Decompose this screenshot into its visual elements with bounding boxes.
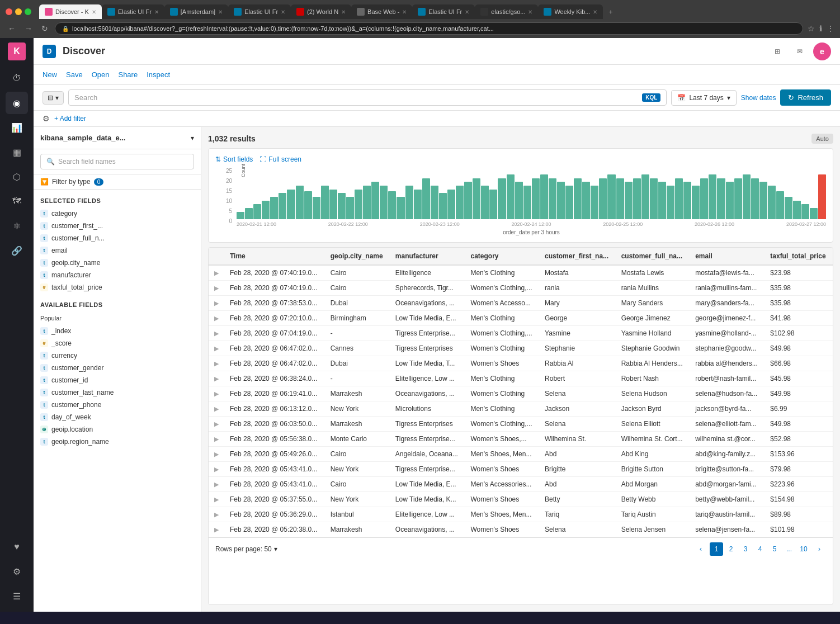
row-expand-icon[interactable]: ▶ — [209, 386, 224, 401]
table-column-category[interactable]: category — [465, 248, 539, 265]
menu-icon[interactable]: ⋮ — [827, 24, 834, 33]
page-button-1[interactable]: 1 — [710, 542, 723, 556]
tab-amsterdam[interactable]: [Amsterdam] ✕ — [164, 4, 228, 19]
chart-bar-41[interactable] — [582, 182, 590, 219]
chart-bar-48[interactable] — [641, 174, 649, 219]
table-column-taxful-total-price[interactable]: taxful_total_price — [765, 248, 833, 265]
nav-item-recent[interactable]: ⏱ — [6, 67, 28, 89]
popular-field-geoip-location[interactable]: ⊕ geoip.location — [34, 423, 201, 436]
chart-bar-68[interactable] — [810, 208, 818, 219]
full-screen-button[interactable]: ⛶ Full screen — [259, 155, 301, 163]
chart-bar-2[interactable] — [253, 204, 261, 219]
page-button-4[interactable]: 4 — [753, 542, 767, 556]
tab-close-icon[interactable]: ✕ — [154, 9, 159, 15]
table-column-email[interactable]: email — [690, 248, 765, 265]
popular-field-customer-gender[interactable]: t customer_gender — [34, 362, 201, 374]
chart-bar-13[interactable] — [346, 197, 354, 219]
row-expand-icon[interactable]: ▶ — [209, 507, 224, 522]
tab-elastic-4[interactable]: elastic/gso... ✕ — [475, 4, 538, 19]
row-expand-icon[interactable]: ▶ — [209, 265, 224, 281]
chart-bar-37[interactable] — [549, 178, 556, 219]
search-input[interactable]: Search KQL — [68, 89, 667, 106]
chart-bar-11[interactable] — [329, 190, 337, 219]
tab-elastic-1[interactable]: Elastic UI Fr ✕ — [102, 4, 164, 19]
minimize-dot[interactable] — [15, 8, 22, 15]
chart-bar-27[interactable] — [464, 182, 472, 219]
popular-field-customer-last-name[interactable]: t customer_last_name — [34, 386, 201, 399]
nav-item-ml[interactable]: ⚛ — [6, 215, 28, 237]
nav-item-apm[interactable]: ♥ — [6, 536, 28, 558]
nav-new[interactable]: New — [43, 68, 57, 81]
row-expand-icon[interactable]: ▶ — [209, 447, 224, 462]
chart-bar-6[interactable] — [287, 190, 295, 219]
chart-bar-3[interactable] — [262, 201, 270, 219]
prev-page-button[interactable]: ‹ — [694, 542, 707, 556]
row-expand-icon[interactable]: ▶ — [209, 432, 224, 447]
chart-bar-14[interactable] — [355, 190, 362, 219]
nav-item-settings[interactable]: ⚙ — [6, 560, 28, 583]
bookmark-icon[interactable]: ☆ — [808, 24, 815, 33]
row-expand-icon[interactable]: ▶ — [209, 462, 224, 477]
tab-baseweb[interactable]: Base Web - ✕ — [351, 4, 412, 19]
show-dates-button[interactable]: Show dates — [741, 94, 776, 102]
kibana-logo[interactable]: K — [8, 42, 26, 60]
url-bar[interactable]: 🔒 localhost:5601/app/kibana#/discover?_g… — [55, 22, 803, 35]
tab-close-icon[interactable]: ✕ — [341, 9, 346, 15]
row-expand-icon[interactable]: ▶ — [209, 492, 224, 507]
chart-bar-30[interactable] — [489, 190, 497, 219]
chart-bar-23[interactable] — [431, 186, 438, 219]
auto-badge[interactable]: Auto — [811, 134, 833, 144]
row-expand-icon[interactable]: ▶ — [209, 522, 224, 537]
chart-bar-16[interactable] — [371, 182, 379, 219]
chart-bar-46[interactable] — [625, 182, 633, 219]
chart-bar-10[interactable] — [321, 186, 329, 219]
chart-bar-28[interactable] — [473, 178, 480, 219]
chart-bar-58[interactable] — [726, 182, 734, 219]
chart-bar-57[interactable] — [717, 178, 725, 219]
mail-icon[interactable]: ✉ — [791, 42, 809, 60]
close-dot[interactable] — [6, 8, 12, 15]
chart-bar-45[interactable] — [616, 178, 624, 219]
chart-bar-33[interactable] — [515, 182, 523, 219]
chart-bar-44[interactable] — [607, 174, 615, 219]
chart-bar-32[interactable] — [507, 174, 515, 219]
chart-bar-24[interactable] — [439, 193, 447, 219]
chart-bar-15[interactable] — [363, 186, 371, 219]
chart-bar-63[interactable] — [768, 186, 776, 219]
tab-close-icon[interactable]: ✕ — [92, 9, 96, 15]
popular-field-customer-phone[interactable]: t customer_phone — [34, 399, 201, 411]
chart-bar-47[interactable] — [633, 178, 641, 219]
kql-badge[interactable]: KQL — [642, 93, 660, 102]
chart-bar-43[interactable] — [599, 178, 607, 219]
chart-bar-51[interactable] — [667, 186, 674, 219]
tab-elastic-2[interactable]: Elastic UI Fr ✕ — [228, 4, 291, 19]
nav-item-graph[interactable]: 🔗 — [6, 239, 28, 262]
chart-bar-34[interactable] — [523, 186, 531, 219]
chart-bar-5[interactable] — [279, 193, 286, 219]
row-expand-icon[interactable]: ▶ — [209, 311, 224, 326]
forward-button[interactable]: → — [22, 23, 35, 34]
nav-inspect[interactable]: Inspect — [147, 68, 170, 81]
index-selector[interactable]: ⊟ ▾ — [43, 91, 64, 105]
add-filter-button[interactable]: + Add filter — [54, 115, 86, 122]
selected-field-taxful-total-price[interactable]: # taxful_total_price — [34, 281, 201, 294]
chart-bar-12[interactable] — [338, 193, 346, 219]
chart-bar-1[interactable] — [245, 208, 253, 219]
chart-bar-29[interactable] — [481, 186, 489, 219]
nav-open[interactable]: Open — [92, 68, 110, 81]
tab-world[interactable]: (2) World N ✕ — [291, 4, 351, 19]
time-selector[interactable]: 📅 Last 7 days ▾ — [671, 90, 736, 106]
popular-field-currency[interactable]: t currency — [34, 349, 201, 362]
table-column-geoip-city-name[interactable]: geoip.city_name — [325, 248, 390, 265]
table-column-customer-first-na---[interactable]: customer_first_na... — [539, 248, 616, 265]
row-expand-icon[interactable]: ▶ — [209, 356, 224, 371]
selected-field-category[interactable]: t category — [34, 207, 201, 220]
page-button-3[interactable]: 3 — [739, 542, 752, 556]
chart-bar-66[interactable] — [793, 201, 801, 219]
chart-bar-21[interactable] — [414, 190, 422, 219]
chart-bar-64[interactable] — [776, 191, 784, 219]
chart-bar-53[interactable] — [683, 182, 691, 219]
tab-discover[interactable]: Discover - K ✕ — [39, 4, 102, 19]
chart-bar-19[interactable] — [397, 197, 404, 219]
chart-bar-42[interactable] — [591, 186, 598, 219]
